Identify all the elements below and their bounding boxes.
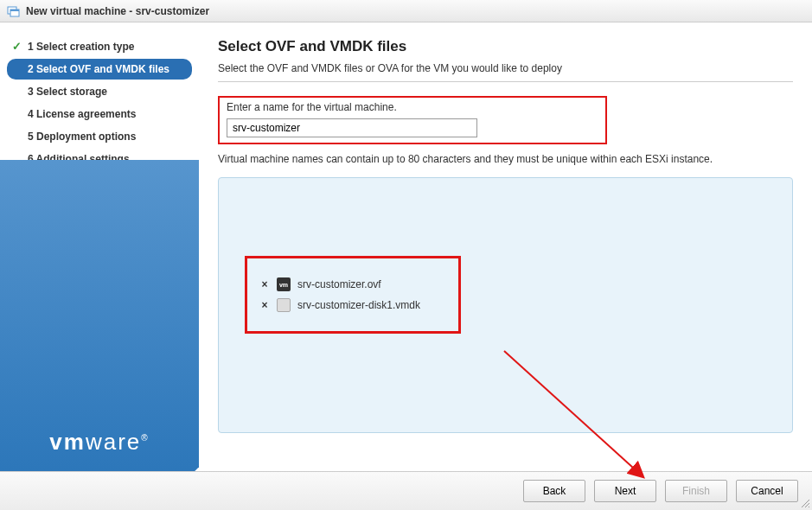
step-label: 2 Select OVF and VMDK files (28, 63, 169, 75)
step-ovf-vmdk[interactable]: 2 Select OVF and VMDK files (7, 59, 192, 80)
wizard-footer: Back Next Finish Cancel (0, 471, 812, 510)
vmware-logo: vmware® (49, 429, 149, 456)
step-label: 1 Select creation type (28, 41, 134, 53)
cancel-button[interactable]: Cancel (736, 480, 798, 502)
step-label: 4 License agreements (28, 108, 136, 120)
step-creation-type[interactable]: 1 Select creation type (7, 36, 192, 57)
name-highlight-box: Enter a name for the virtual machine. (218, 96, 607, 144)
remove-file-icon[interactable]: × (259, 299, 270, 311)
window-title: New virtual machine - srv-customizer (26, 5, 209, 17)
vm-wizard-icon (7, 4, 21, 18)
step-storage[interactable]: 3 Select storage (7, 81, 192, 102)
wizard-sidebar: 1 Select creation type 2 Select OVF and … (0, 22, 199, 471)
file-name: srv-customizer.ovf (297, 278, 381, 290)
content-heading: Select OVF and VMDK files (218, 38, 793, 55)
vm-name-input[interactable] (227, 118, 477, 137)
file-row: × vm srv-customizer.ovf (259, 274, 446, 295)
name-prompt: Enter a name for the virtual machine. (227, 101, 598, 113)
remove-file-icon[interactable]: × (259, 278, 270, 290)
svg-line-4 (802, 500, 809, 507)
finish-button: Finish (665, 480, 727, 502)
titlebar: New virtual machine - srv-customizer (0, 0, 812, 22)
back-button[interactable]: Back (523, 480, 585, 502)
resize-grip-icon[interactable] (800, 498, 810, 508)
step-label: 3 Select storage (28, 86, 107, 98)
step-deploy-options[interactable]: 5 Deployment options (7, 126, 192, 147)
wizard-content: Select OVF and VMDK files Select the OVF… (199, 22, 812, 471)
next-button[interactable]: Next (594, 480, 656, 502)
file-dropzone[interactable]: × vm srv-customizer.ovf × srv-customizer… (218, 177, 793, 433)
svg-rect-2 (10, 10, 19, 11)
disk-file-icon (277, 298, 291, 312)
ovf-file-icon: vm (277, 277, 291, 291)
step-license[interactable]: 4 License agreements (7, 104, 192, 124)
svg-line-6 (809, 507, 809, 507)
file-highlight-box: × vm srv-customizer.ovf × srv-customizer… (245, 256, 461, 334)
content-subtitle: Select the OVF and VMDK files or OVA for… (218, 62, 793, 82)
sidebar-background: vmware® (0, 160, 199, 471)
file-name: srv-customizer-disk1.vmdk (297, 299, 420, 311)
svg-line-3 (504, 351, 643, 476)
file-row: × srv-customizer-disk1.vmdk (259, 295, 446, 316)
name-hint: Virtual machine names can contain up to … (218, 153, 793, 165)
main-area: 1 Select creation type 2 Select OVF and … (0, 22, 812, 471)
step-label: 5 Deployment options (28, 131, 136, 143)
